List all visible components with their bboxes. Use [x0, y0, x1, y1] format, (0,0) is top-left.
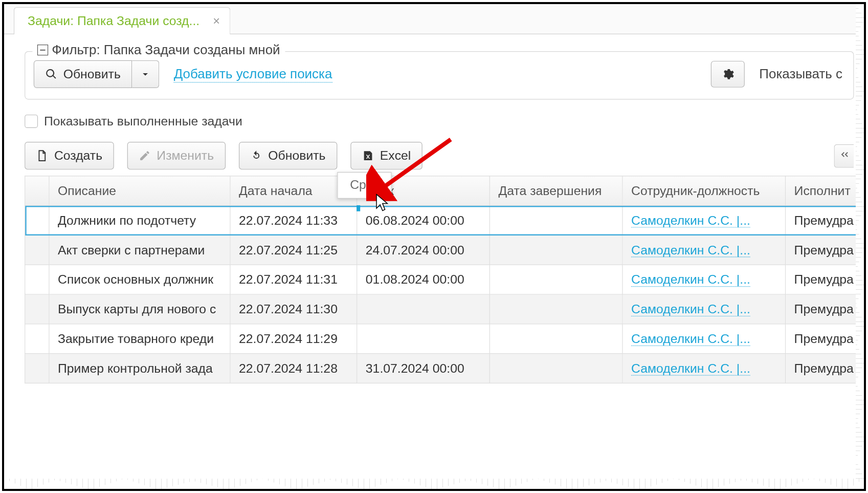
cell-executor: Премудра: [786, 324, 866, 354]
show-completed-row: Показывать выполненные задачи: [4, 105, 866, 131]
cell-executor: Премудра: [786, 206, 866, 235]
tabstrip: Задачи: Папка Задачи созд... ×: [4, 4, 866, 34]
col-end-date[interactable]: Дата завершения: [489, 176, 622, 206]
grid-container: Срок Описание Дата начала ок Дата заверш…: [4, 176, 866, 383]
collapse-icon[interactable]: −: [37, 45, 48, 55]
edit-button[interactable]: Изменить: [127, 142, 225, 169]
chevron-down-icon: [139, 68, 151, 80]
create-label: Создать: [54, 148, 102, 163]
excel-button[interactable]: Excel: [350, 142, 422, 169]
employee-link[interactable]: Самоделкин С.С. |...: [631, 302, 750, 316]
edit-label: Изменить: [157, 148, 214, 163]
table-row[interactable]: Закрытие товарного креди22.07.2024 11:29…: [25, 324, 866, 354]
filter-refresh-button[interactable]: Обновить: [34, 60, 132, 88]
collapse-toolbar-button[interactable]: [834, 144, 854, 167]
settings-button[interactable]: [711, 61, 745, 88]
cell-employee: Самоделкин С.С. |...: [622, 324, 786, 354]
row-marker: [25, 206, 49, 235]
grid-refresh-label: Обновить: [268, 148, 325, 163]
excel-label: Excel: [380, 148, 411, 163]
cell-start-date: 22.07.2024 11:33: [230, 206, 357, 235]
cell-employee: Самоделкин С.С. |...: [622, 294, 786, 324]
table-row[interactable]: Список основных должник22.07.2024 11:310…: [25, 265, 866, 294]
filter-legend: − Фильтр: Папка Задачи созданы мной: [32, 42, 285, 58]
row-marker: [25, 265, 49, 294]
cell-description: Выпуск карты для нового с: [49, 294, 230, 324]
cell-due: [357, 294, 490, 324]
refresh-icon: [250, 149, 262, 162]
table-row[interactable]: Пример контрольной зада22.07.2024 11:283…: [25, 354, 866, 383]
cell-employee: Самоделкин С.С. |...: [622, 265, 786, 294]
cell-description: Акт сверки с партнерами: [49, 235, 230, 265]
gear-icon: [721, 68, 735, 81]
excel-icon: [362, 149, 374, 162]
row-marker: [25, 354, 49, 383]
cell-due: 31.07.2024 00:00: [357, 354, 490, 383]
col-description[interactable]: Описание: [49, 176, 230, 206]
employee-link[interactable]: Самоделкин С.С. |...: [631, 272, 750, 287]
cell-end-date: [489, 354, 622, 383]
cell-employee: Самоделкин С.С. |...: [622, 235, 786, 265]
cell-end-date: [489, 206, 622, 235]
filter-refresh-group: Обновить: [34, 60, 160, 88]
show-completed-checkbox[interactable]: [25, 115, 38, 128]
file-icon: [36, 149, 49, 162]
grid-toolbar: Создать Изменить Обновить Excel: [4, 131, 866, 176]
cell-start-date: 22.07.2024 11:30: [230, 294, 357, 324]
close-icon[interactable]: ×: [213, 15, 220, 27]
cell-due: [357, 324, 490, 354]
tasks-grid: Описание Дата начала ок Дата завершения …: [25, 176, 866, 383]
cell-start-date: 22.07.2024 11:25: [230, 235, 357, 265]
cell-start-date: 22.07.2024 11:31: [230, 265, 357, 294]
row-marker: [25, 294, 49, 324]
table-row[interactable]: Должники по подотчету22.07.2024 11:3306.…: [25, 206, 866, 235]
employee-link[interactable]: Самоделкин С.С. |...: [631, 361, 750, 375]
filter-title: Фильтр: Папка Задачи созданы мной: [52, 42, 280, 58]
tab-label: Задачи: Папка Задачи созд...: [28, 14, 199, 28]
add-condition-link[interactable]: Добавить условие поиска: [174, 66, 332, 82]
col-executor[interactable]: Исполнит: [786, 176, 866, 206]
employee-link[interactable]: Самоделкин С.С. |...: [631, 332, 750, 346]
torn-edge-bottom: [4, 479, 864, 490]
filter-refresh-dropdown[interactable]: [132, 60, 159, 88]
show-completed-label: Показывать выполненные задачи: [44, 114, 242, 128]
search-icon: [45, 68, 57, 80]
chevrons-left-icon: [838, 148, 851, 160]
cell-executor: Премудра: [786, 354, 866, 383]
filter-refresh-label: Обновить: [63, 67, 121, 81]
grid-header-row: Описание Дата начала ок Дата завершения …: [25, 176, 866, 206]
row-marker: [25, 235, 49, 265]
tab-tasks[interactable]: Задачи: Папка Задачи созд... ×: [14, 7, 230, 34]
cell-employee: Самоделкин С.С. |...: [622, 206, 786, 235]
table-row[interactable]: Выпуск карты для нового с22.07.2024 11:3…: [25, 294, 866, 324]
grid-refresh-button[interactable]: Обновить: [238, 142, 337, 169]
col-marker[interactable]: [25, 176, 49, 206]
col-employee[interactable]: Сотрудник-должность: [622, 176, 786, 206]
cell-end-date: [489, 294, 622, 324]
cell-executor: Премудра: [786, 235, 866, 265]
pencil-icon: [139, 149, 151, 162]
show-from-label: Показывать с: [759, 67, 842, 82]
employee-link[interactable]: Самоделкин С.С. |...: [631, 213, 750, 227]
cell-end-date: [489, 235, 622, 265]
cell-start-date: 22.07.2024 11:28: [230, 354, 357, 383]
cell-executor: Премудра: [786, 294, 866, 324]
cell-description: Список основных должник: [49, 265, 230, 294]
cell-start-date: 22.07.2024 11:29: [230, 324, 357, 354]
cell-executor: Премудра: [786, 265, 866, 294]
cell-end-date: [489, 324, 622, 354]
cell-employee: Самоделкин С.С. |...: [622, 354, 786, 383]
filter-panel: − Фильтр: Папка Задачи созданы мной Обно…: [25, 51, 854, 99]
cell-due: 01.08.2024 00:00: [357, 265, 490, 294]
torn-edge-right: [856, 4, 865, 489]
cell-description: Пример контрольной зада: [49, 354, 230, 383]
create-button[interactable]: Создать: [25, 142, 114, 169]
column-drag-ghost: Срок: [337, 172, 391, 199]
row-marker: [25, 324, 49, 354]
employee-link[interactable]: Самоделкин С.С. |...: [631, 243, 750, 257]
cell-description: Должники по подотчету: [49, 206, 230, 235]
table-row[interactable]: Акт сверки с партнерами22.07.2024 11:252…: [25, 235, 866, 265]
column-drop-marker: [357, 205, 360, 211]
cell-end-date: [489, 265, 622, 294]
cell-description: Закрытие товарного креди: [49, 324, 230, 354]
